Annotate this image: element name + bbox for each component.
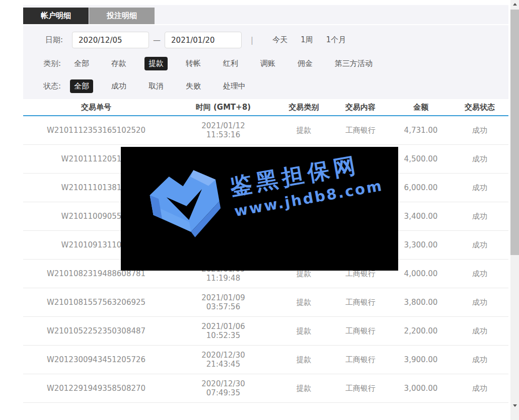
scroll-down-icon [513, 404, 517, 407]
cell-amount: 3,400.00 [391, 212, 451, 221]
cell-date-line: 2021/01/09 [169, 293, 277, 302]
cell-status: 成功 [451, 384, 508, 393]
status-option[interactable]: 成功 [107, 79, 130, 93]
cell-amount: 3,000.00 [391, 384, 451, 393]
cell-status: 成功 [451, 183, 508, 193]
cell-amount: 3,900.00 [391, 355, 451, 364]
cell-time: 2020/12/30 07:49:35 [169, 379, 277, 397]
cell-type: 提款 [277, 384, 330, 393]
status-option[interactable]: 取消 [144, 79, 168, 93]
category-label: 类别: [43, 59, 61, 68]
quick-range-option[interactable]: 今天 [272, 35, 287, 45]
cell-time: 2021/01/09 03:57:56 [169, 293, 277, 311]
cell-time-line: 21:43:45 [169, 360, 277, 369]
cell-time: 2021/01/06 10:52:35 [169, 322, 277, 340]
watermark-overlay: 鉴黑担保网 www.jhdb8.com [121, 147, 398, 271]
category-option[interactable]: 存款 [107, 57, 130, 70]
scrollbar-down-button[interactable] [510, 401, 519, 410]
cell-date-line: 2021/01/06 [169, 322, 277, 331]
watermark-text: 鉴黑担保网 www.jhdb8.com [228, 147, 384, 220]
scrollbar-up-button[interactable] [510, 0, 519, 9]
status-option[interactable]: 失败 [182, 79, 205, 93]
quick-range-option[interactable]: 1周 [301, 35, 313, 45]
status-filter-row: 状态: 全部成功取消失败处理中 [43, 79, 508, 93]
cell-date-line: 2020/12/30 [169, 379, 277, 388]
status-option[interactable]: 处理中 [219, 79, 250, 93]
cell-transaction-id: W2012291949358508270 [23, 384, 169, 393]
vertical-scrollbar[interactable] [510, 0, 519, 420]
category-option[interactable]: 红利 [219, 57, 242, 70]
table-row: W2101052252350308487 2021/01/06 10:52:35… [23, 317, 508, 346]
status-option[interactable]: 全部 [70, 79, 93, 93]
cell-content: 工商银行 [330, 126, 391, 135]
col-header-amount: 金额 [391, 103, 451, 112]
cell-amount: 2,200.00 [391, 326, 451, 335]
table-header-row: 交易单号 时间 (GMT+8) 交易类别 交易内容 金额 交易状态 [23, 99, 508, 116]
cell-time: 2021/01/12 11:53:16 [169, 121, 277, 139]
cell-amount: 4,000.00 [391, 269, 451, 278]
quick-range-option[interactable]: 1个月 [326, 35, 346, 45]
watermark-logo-icon [142, 162, 229, 247]
cell-date-line: 2021/01/12 [169, 121, 277, 130]
cell-transaction-id: W2101112353165102520 [23, 126, 169, 135]
cell-time-line: 11:19:48 [169, 274, 277, 283]
cell-amount: 3,800.00 [391, 298, 451, 307]
cell-type: 提款 [277, 355, 330, 365]
cell-content: 工商银行 [330, 298, 391, 307]
watermark-content: 鉴黑担保网 www.jhdb8.com [142, 147, 386, 247]
col-header-status: 交易状态 [451, 103, 508, 112]
tab-bar: 帐户明细 投注明细 [23, 5, 508, 25]
cell-transaction-id: W2101081557563206925 [23, 298, 169, 307]
cell-status: 成功 [451, 126, 508, 135]
cell-amount: 6,000.00 [391, 183, 451, 192]
cell-content: 工商银行 [330, 326, 391, 336]
cell-status: 成功 [451, 269, 508, 279]
cell-time: 2020/12/30 21:43:45 [169, 351, 277, 369]
cell-type: 提款 [277, 326, 330, 336]
date-filter-row: 日期: — | 今天1周1个月 [45, 32, 508, 48]
category-options: 全部存款提款转帐红利调账佣金第三方活动 [70, 57, 391, 70]
cell-status: 成功 [451, 326, 508, 336]
cell-type: 提款 [277, 126, 330, 135]
cell-transaction-id: W2101052252350308487 [23, 326, 169, 335]
date-divider: | [251, 36, 253, 45]
category-option[interactable]: 佣金 [293, 57, 317, 70]
cell-amount: 4,500.00 [391, 154, 451, 163]
col-header-time: 时间 (GMT+8) [169, 103, 277, 112]
table-row: W2012291949358508270 2020/12/30 07:49:35… [23, 374, 508, 403]
col-header-type: 交易类别 [277, 103, 330, 112]
cell-time-line: 10:52:35 [169, 331, 277, 340]
date-label: 日期: [45, 35, 63, 45]
cell-status: 成功 [451, 355, 508, 365]
category-option[interactable]: 转帐 [182, 57, 205, 70]
cell-status: 成功 [451, 298, 508, 307]
status-label: 状态: [43, 81, 61, 91]
cell-transaction-id: W2012300943451205726 [23, 355, 169, 364]
cell-date-line: 2020/12/30 [169, 351, 277, 360]
filter-panel: 帐户明细 投注明细 日期: — | 今天1周1个月 类别: 全部存款提款转帐红利… [23, 5, 508, 99]
category-option[interactable]: 调账 [256, 57, 279, 70]
cell-status: 成功 [451, 240, 508, 250]
date-to-input[interactable] [165, 32, 242, 48]
cell-time-line: 03:57:56 [169, 302, 277, 311]
category-option[interactable]: 全部 [70, 57, 93, 70]
scroll-up-icon [513, 3, 517, 6]
col-header-transaction-id: 交易单号 [23, 103, 169, 112]
category-option[interactable]: 提款 [144, 57, 168, 70]
cell-amount: 3,300.00 [391, 240, 451, 249]
tab-bet-details[interactable]: 投注明细 [89, 8, 155, 24]
category-option[interactable]: 第三方活动 [331, 57, 377, 70]
scrollbar-thumb[interactable] [510, 10, 519, 255]
cell-content: 工商银行 [330, 384, 391, 393]
table-row: W2012300943451205726 2020/12/30 21:43:45… [23, 346, 508, 374]
quick-range-links: 今天1周1个月 [259, 35, 346, 45]
cell-content: 工商银行 [330, 355, 391, 365]
date-from-input[interactable] [72, 32, 149, 48]
tab-account-details[interactable]: 帐户明细 [23, 8, 89, 24]
cell-type: 提款 [277, 298, 330, 307]
cell-time-line: 11:53:16 [169, 130, 277, 139]
category-filter-row: 类别: 全部存款提款转帐红利调账佣金第三方活动 [43, 56, 508, 70]
cell-status: 成功 [451, 154, 508, 164]
date-range-dash: — [153, 36, 161, 45]
cell-status: 成功 [451, 212, 508, 221]
